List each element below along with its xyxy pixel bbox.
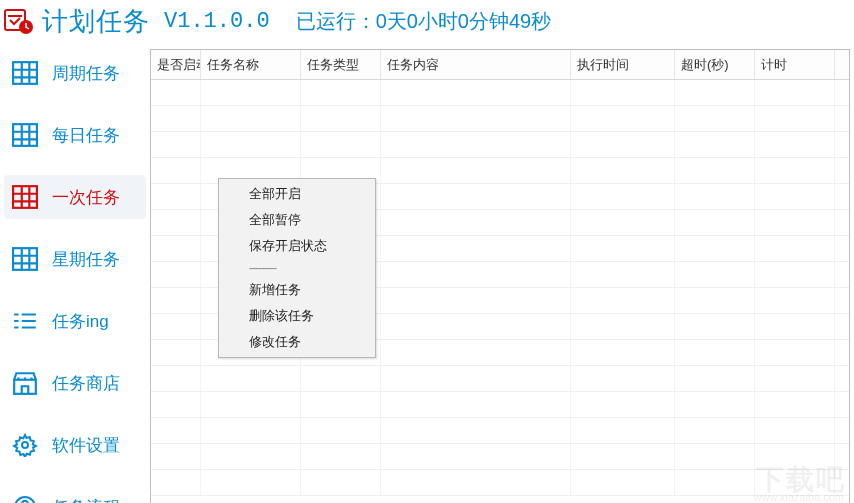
sidebar-item-store[interactable]: 任务商店: [4, 361, 146, 405]
col-header-content[interactable]: 任务内容: [381, 50, 571, 79]
menu-save-state[interactable]: 保存开启状态: [219, 233, 375, 259]
svg-point-7: [22, 442, 28, 448]
grid-icon: [12, 247, 38, 271]
svg-rect-5: [13, 248, 37, 270]
col-header-timeout[interactable]: 超时(秒): [675, 50, 755, 79]
sidebar-item-label: 星期任务: [52, 248, 120, 271]
grid-icon: [12, 61, 38, 85]
runtime-label: 已运行：0天0小时0分钟49秒: [296, 8, 552, 35]
menu-separator: ---------: [219, 259, 375, 277]
sidebar-item-label: 任务流程: [52, 496, 120, 504]
grid-icon: [12, 185, 38, 209]
main-area: 周期任务 每日任务 一次任务 星期任务: [0, 45, 854, 503]
help-icon: [12, 495, 38, 503]
sidebar-item-settings[interactable]: 软件设置: [4, 423, 146, 467]
menu-delete-task[interactable]: 删除该任务: [219, 303, 375, 329]
store-icon: [12, 371, 38, 395]
svg-rect-3: [13, 124, 37, 146]
context-menu: 全部开启 全部暂停 保存开启状态 --------- 新增任务 删除该任务 修改…: [218, 178, 376, 358]
menu-pause-all[interactable]: 全部暂停: [219, 207, 375, 233]
table-row[interactable]: [151, 132, 849, 158]
sidebar-item-flow[interactable]: 任务流程: [4, 485, 146, 503]
table-row[interactable]: [151, 80, 849, 106]
sidebar-item-daily[interactable]: 每日任务: [4, 113, 146, 157]
table-row[interactable]: [151, 418, 849, 444]
col-header-enable[interactable]: 是否启动: [151, 50, 201, 79]
menu-open-all[interactable]: 全部开启: [219, 181, 375, 207]
sidebar-item-label: 任务ing: [52, 310, 109, 333]
runtime-value: 0天0小时0分钟49秒: [376, 10, 552, 32]
sidebar-item-label: 任务商店: [52, 372, 120, 395]
app-header: 计划任务 V1.1.0.0 已运行：0天0小时0分钟49秒: [0, 0, 854, 45]
svg-rect-2: [13, 62, 37, 84]
sidebar-item-weekly[interactable]: 星期任务: [4, 237, 146, 281]
col-header-timer[interactable]: 计时: [755, 50, 835, 79]
grid-icon: [12, 123, 38, 147]
col-header-time[interactable]: 执行时间: [571, 50, 675, 79]
svg-rect-4: [13, 186, 37, 208]
sidebar-item-label: 周期任务: [52, 62, 120, 85]
app-title: 计划任务: [42, 4, 150, 39]
sidebar-item-running[interactable]: 任务ing: [4, 299, 146, 343]
app-logo-icon: [4, 9, 34, 35]
app-version: V1.1.0.0: [164, 9, 270, 34]
table-row[interactable]: [151, 106, 849, 132]
menu-edit-task[interactable]: 修改任务: [219, 329, 375, 355]
table-header: 是否启动 任务名称 任务类型 任务内容 执行时间 超时(秒) 计时: [151, 50, 849, 80]
col-header-type[interactable]: 任务类型: [301, 50, 381, 79]
menu-add-task[interactable]: 新增任务: [219, 277, 375, 303]
gear-icon: [12, 433, 38, 457]
sidebar: 周期任务 每日任务 一次任务 星期任务: [0, 45, 150, 503]
table-row[interactable]: [151, 392, 849, 418]
runtime-prefix: 已运行：: [296, 10, 376, 32]
sidebar-item-label: 每日任务: [52, 124, 120, 147]
table-row[interactable]: [151, 444, 849, 470]
sidebar-item-once[interactable]: 一次任务: [4, 175, 146, 219]
table-row[interactable]: [151, 470, 849, 496]
sidebar-item-label: 一次任务: [52, 186, 120, 209]
table-row[interactable]: [151, 366, 849, 392]
sidebar-item-label: 软件设置: [52, 434, 120, 457]
sidebar-item-periodic[interactable]: 周期任务: [4, 51, 146, 95]
list-icon: [12, 309, 38, 333]
col-header-name[interactable]: 任务名称: [201, 50, 301, 79]
